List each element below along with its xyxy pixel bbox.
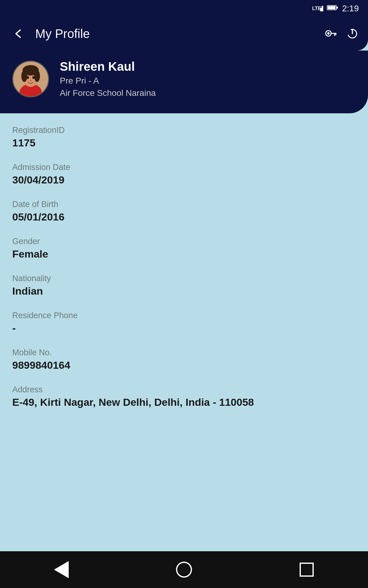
field-value: 9899840164 <box>12 359 356 371</box>
lte-icon: LTE <box>312 3 323 14</box>
back-button[interactable] <box>9 25 26 42</box>
nav-back-button[interactable] <box>49 557 74 582</box>
field-group: AddressE-49, Kirti Nagar, New Delhi, Del… <box>12 385 356 408</box>
svg-text:LTE: LTE <box>312 6 321 11</box>
svg-rect-5 <box>336 7 338 9</box>
field-value: - <box>12 322 356 334</box>
field-value: Female <box>12 248 356 260</box>
svg-point-21 <box>27 76 29 79</box>
field-label: Nationality <box>12 274 356 283</box>
nav-recents-button[interactable] <box>294 557 319 582</box>
status-icons: LTE 2:19 <box>312 3 359 14</box>
field-label: Mobile No. <box>12 348 356 357</box>
field-label: Gender <box>12 237 356 246</box>
profile-info: Shireen Kaul Pre Pri - A Air Force Schoo… <box>60 60 156 98</box>
field-label: Residence Phone <box>12 311 356 320</box>
battery-icon <box>327 4 339 13</box>
field-label: RegistrationID <box>12 126 356 135</box>
field-group: Date of Birth05/01/2016 <box>12 200 356 223</box>
key-icon[interactable] <box>324 27 337 40</box>
field-value: 1175 <box>12 137 356 149</box>
field-label: Date of Birth <box>12 200 356 209</box>
profile-name: Shireen Kaul <box>60 60 156 74</box>
avatar <box>12 61 49 97</box>
profile-header: Shireen Kaul Pre Pri - A Air Force Schoo… <box>0 51 368 113</box>
field-label: Admission Date <box>12 163 356 172</box>
app-bar: My Profile <box>0 17 368 51</box>
field-value: Indian <box>12 285 356 297</box>
svg-point-23 <box>30 80 32 81</box>
field-value: E-49, Kirti Nagar, New Delhi, Delhi, Ind… <box>12 396 356 408</box>
field-group: Mobile No.9899840164 <box>12 348 356 371</box>
svg-rect-4 <box>328 6 335 9</box>
status-bar: LTE 2:19 <box>0 0 368 17</box>
svg-point-19 <box>21 70 27 82</box>
power-icon[interactable] <box>346 27 359 40</box>
field-group: GenderFemale <box>12 237 356 260</box>
svg-rect-2 <box>322 6 323 11</box>
bottom-navigation <box>0 551 368 588</box>
field-value: 30/04/2019 <box>12 174 356 186</box>
profile-content: RegistrationID1175Admission Date30/04/20… <box>0 113 368 556</box>
field-group: RegistrationID1175 <box>12 126 356 149</box>
svg-point-22 <box>33 76 35 79</box>
field-label: Address <box>12 385 356 394</box>
nav-home-button[interactable] <box>172 557 196 582</box>
profile-school: Air Force School Naraina <box>60 88 156 98</box>
profile-class: Pre Pri - A <box>60 76 156 86</box>
svg-point-7 <box>327 32 330 35</box>
field-group: NationalityIndian <box>12 274 356 297</box>
svg-rect-1 <box>320 8 322 11</box>
page-title: My Profile <box>35 27 315 41</box>
field-group: Residence Phone- <box>12 311 356 334</box>
field-value: 05/01/2016 <box>12 211 356 223</box>
app-bar-actions <box>324 27 359 40</box>
field-group: Admission Date30/04/2019 <box>12 163 356 186</box>
svg-point-20 <box>34 70 40 82</box>
status-time: 2:19 <box>342 4 359 13</box>
